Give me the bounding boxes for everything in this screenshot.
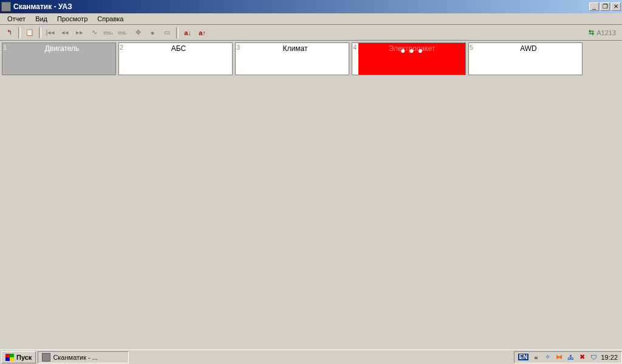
start-button[interactable]: Пуск [1, 351, 36, 363]
clipboard-button[interactable]: 📋 [23, 26, 36, 39]
language-indicator[interactable]: EN [518, 354, 529, 360]
tile-number: 2 [119, 43, 125, 75]
menu-help[interactable]: Справка [92, 14, 128, 24]
close-button[interactable]: ✕ [611, 2, 621, 11]
separator [176, 27, 179, 38]
tray-chevron-icon[interactable]: « [531, 353, 540, 362]
maximize-button[interactable]: ❐ [600, 2, 610, 11]
tray-alert-icon[interactable]: ✖ [578, 353, 586, 362]
minimize-button[interactable]: _ [589, 2, 599, 11]
tile-label: AWD [475, 43, 582, 75]
tray-shield-icon[interactable]: 🛡 [589, 353, 598, 362]
menu-browse[interactable]: Просмотр [52, 14, 92, 24]
window-controls: _ ❐ ✕ [589, 2, 621, 11]
toolbar: ↰ 📋 |◂◂ ◂◂ ▸▸ ∿ ms₊ ms₋ ✥ ● ▭ a↓ a↑ ⇆ A1… [0, 25, 622, 41]
tile-number: 4 [352, 43, 358, 75]
tile-label: АБС [125, 43, 232, 75]
title-bar: Сканматик - УАЗ _ ❐ ✕ [0, 0, 622, 13]
separator [39, 27, 41, 38]
tile-awd[interactable]: 5 AWD [468, 42, 583, 75]
app-icon [1, 2, 11, 12]
system-tray: EN « ✧ ⧓ 🖧 ✖ 🛡 19:22 [514, 351, 622, 363]
next-button[interactable]: ▸▸ [73, 26, 86, 39]
separator [18, 27, 21, 38]
ms-minus-button[interactable]: ms₋ [117, 26, 130, 39]
tile-label: Климат [242, 43, 349, 75]
sort-down-button[interactable]: a↓ [181, 26, 194, 39]
back-up-button[interactable]: ↰ [2, 26, 16, 39]
window-button[interactable]: ▭ [160, 26, 174, 39]
window-title: Сканматик - УАЗ [13, 2, 589, 11]
content-area: 1 Двигатель 2 АБС 3 Климат 4 Электропаке… [0, 41, 622, 349]
tile-number: 3 [236, 43, 242, 75]
record-button[interactable]: ● [146, 26, 159, 39]
tile-abs[interactable]: 2 АБС [118, 42, 233, 75]
task-label: Сканматик - ... [53, 354, 98, 361]
move-button[interactable]: ✥ [131, 26, 145, 39]
first-button[interactable]: |◂◂ [44, 26, 57, 39]
tile-climate[interactable]: 3 Климат [235, 42, 349, 75]
task-icon [42, 353, 50, 362]
prev-button[interactable]: ◂◂ [58, 26, 72, 39]
tile-number: 1 [2, 43, 9, 75]
tray-network-icon[interactable]: 🖧 [566, 353, 575, 362]
tray-bluetooth-icon[interactable]: ⧓ [555, 353, 563, 362]
status-code: A1213 [596, 29, 616, 36]
clock[interactable]: 19:22 [601, 354, 618, 361]
wave-button[interactable]: ∿ [87, 26, 101, 39]
sort-up-button[interactable]: a↑ [196, 26, 209, 39]
menu-view[interactable]: Вид [30, 14, 52, 24]
menu-report[interactable]: Отчет [2, 14, 30, 24]
loading-dots-icon: ● ● ● [358, 46, 465, 55]
tile-electropaket[interactable]: 4 Электропакет ● ● ● [352, 42, 466, 75]
menu-bar: Отчет Вид Просмотр Справка [0, 13, 622, 25]
connection-icon: ⇆ [589, 29, 594, 36]
taskbar-item-scanmatik[interactable]: Сканматик - ... [38, 351, 129, 363]
tray-device-icon[interactable]: ✧ [543, 353, 552, 362]
taskbar: Пуск Сканматик - ... EN « ✧ ⧓ 🖧 ✖ 🛡 19:2… [0, 349, 622, 364]
tile-label: Двигатель [9, 43, 115, 75]
windows-flag-icon [5, 354, 14, 361]
start-label: Пуск [16, 354, 32, 361]
tile-label: Электропакет ● ● ● [358, 43, 465, 75]
tile-number: 5 [469, 43, 475, 75]
tile-engine[interactable]: 1 Двигатель [2, 42, 116, 75]
toolbar-status: ⇆ A1213 [589, 29, 620, 36]
ms-plus-button[interactable]: ms₊ [102, 26, 115, 39]
